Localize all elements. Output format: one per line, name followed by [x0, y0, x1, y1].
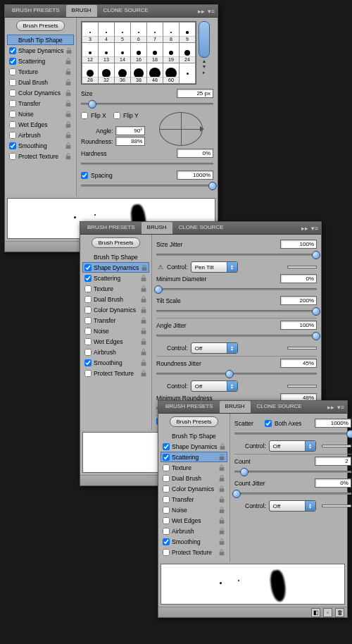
size-value[interactable]: 25 px	[177, 89, 213, 98]
angle-jitter-value[interactable]: 100%	[280, 321, 317, 330]
sidebar-item-scattering[interactable]: Scattering	[82, 273, 149, 283]
checkbox-texture[interactable]	[163, 464, 170, 471]
checkbox-noise[interactable]	[9, 111, 16, 118]
checkbox-noise[interactable]	[84, 328, 92, 335]
sidebar-item-noise[interactable]: Noise	[82, 326, 149, 336]
brush-tip-cell[interactable]: 9	[180, 23, 195, 42]
angle-control-value[interactable]	[287, 347, 317, 349]
lock-icon[interactable]	[65, 100, 72, 107]
brush-tip-cell[interactable]: 7	[147, 23, 163, 42]
lock-icon[interactable]	[140, 370, 147, 377]
size-jitter-slider[interactable]	[156, 250, 317, 259]
lock-icon[interactable]	[218, 496, 225, 503]
collapse-icon[interactable]: ▸▸	[301, 224, 309, 233]
collapse-icon[interactable]: ▸▸	[327, 403, 335, 411]
lock-icon[interactable]	[65, 58, 72, 65]
brush-tip-cell[interactable]: 3	[82, 23, 98, 42]
sidebar-item-texture[interactable]: Texture	[161, 462, 227, 473]
scatter-control-value[interactable]	[322, 445, 351, 447]
roundness-control-value[interactable]	[287, 385, 317, 388]
sidebar-item-scattering[interactable]: Scattering	[161, 452, 227, 462]
lock-icon[interactable]	[218, 454, 225, 461]
brush-tip-cell[interactable]: 60	[163, 63, 179, 83]
checkbox-wet-edges[interactable]	[163, 517, 170, 524]
lock-icon[interactable]	[65, 79, 72, 86]
tab-clone-source[interactable]: CLONE SOURCE	[251, 401, 308, 413]
checkbox-smoothing[interactable]	[163, 538, 170, 545]
sidebar-item-airbrush[interactable]: Airbrush	[7, 130, 74, 140]
sidebar-item-transfer[interactable]: Transfer	[7, 98, 74, 109]
count-slider[interactable]	[234, 467, 351, 476]
lock-icon[interactable]	[65, 153, 72, 160]
sidebar-item-color-dynamics[interactable]: Color Dynamics	[7, 87, 74, 98]
lock-icon[interactable]	[140, 285, 147, 292]
checkbox-transfer[interactable]	[84, 317, 92, 324]
sidebar-item-scattering[interactable]: Scattering	[7, 56, 74, 66]
sidebar-item-smoothing[interactable]: Smoothing	[161, 536, 227, 547]
brush-tip-cell[interactable]: 13	[99, 43, 114, 63]
tilt-scale-slider[interactable]	[156, 306, 317, 315]
lock-icon[interactable]	[218, 485, 225, 493]
checkbox-shape-dynamics[interactable]	[9, 47, 16, 54]
brush-presets-button[interactable]: Brush Presets	[170, 416, 218, 427]
new-brush-icon[interactable]: ▫	[323, 608, 332, 617]
lock-icon[interactable]	[218, 507, 225, 514]
roundness-control-dropdown[interactable]: Off▴▾	[191, 380, 238, 392]
sidebar-item-airbrush[interactable]: Airbrush	[82, 347, 149, 357]
count-jitter-control-value[interactable]	[322, 504, 351, 507]
tab-brush[interactable]: BRUSH	[142, 222, 172, 234]
brush-tip-cell[interactable]: 24	[180, 43, 195, 63]
checkbox-protect-texture[interactable]	[9, 153, 16, 160]
sidebar-item-color-dynamics[interactable]: Color Dynamics	[82, 304, 149, 315]
lock-icon[interactable]	[65, 47, 73, 54]
checkbox-color-dynamics[interactable]	[9, 89, 16, 97]
checkbox-texture[interactable]	[84, 285, 92, 292]
checkbox-dual-brush[interactable]	[9, 79, 16, 86]
both-axes-checkbox[interactable]	[265, 420, 272, 427]
sidebar-item-transfer[interactable]: Transfer	[161, 494, 227, 504]
checkbox-airbrush[interactable]	[9, 132, 16, 139]
scroll-down-icon[interactable]: ▼	[202, 65, 207, 69]
menu-icon[interactable]: ▾≡	[310, 224, 319, 233]
size-jitter-value[interactable]: 100%	[280, 240, 317, 249]
brush-tip-cell[interactable]: 5	[115, 23, 130, 42]
sidebar-item-transfer[interactable]: Transfer	[82, 315, 149, 326]
checkbox-transfer[interactable]	[9, 100, 16, 107]
sidebar-item-brush-tip-shape[interactable]: Brush Tip Shape	[161, 431, 227, 441]
sidebar-item-color-dynamics[interactable]: Color Dynamics	[161, 483, 227, 494]
checkbox-scattering[interactable]	[163, 454, 170, 461]
lock-icon[interactable]	[141, 264, 148, 271]
angle-control-dropdown[interactable]: Off▴▾	[191, 342, 238, 354]
sidebar-item-protect-texture[interactable]: Protect Texture	[161, 547, 227, 557]
tab-clone-source[interactable]: CLONE SOURCE	[98, 5, 154, 17]
brush-presets-button[interactable]: Brush Presets	[92, 237, 139, 248]
lock-icon[interactable]	[65, 89, 72, 97]
flyout-icon[interactable]: ▸	[203, 70, 206, 75]
brush-tip-cell[interactable]: 4	[99, 23, 114, 42]
sidebar-item-texture[interactable]: Texture	[82, 283, 149, 294]
lock-icon[interactable]	[140, 275, 147, 282]
brush-tip-cell[interactable]: 28	[82, 63, 98, 83]
sidebar-item-shape-dynamics[interactable]: Shape Dynamics	[82, 262, 149, 273]
lock-icon[interactable]	[140, 328, 147, 335]
checkbox-color-dynamics[interactable]	[163, 485, 170, 493]
checkbox-scattering[interactable]	[9, 58, 16, 65]
brush-tip-cell[interactable]: 6	[131, 23, 146, 42]
sidebar-item-noise[interactable]: Noise	[7, 109, 74, 119]
count-jitter-slider[interactable]	[234, 489, 351, 497]
tab-brush-presets[interactable]: BRUSH PRESETS	[82, 222, 141, 234]
brush-tip-cell[interactable]: 8	[163, 23, 179, 42]
sidebar-item-wet-edges[interactable]: Wet Edges	[7, 119, 74, 130]
hardness-slider[interactable]	[81, 159, 213, 168]
checkbox-protect-texture[interactable]	[84, 370, 92, 377]
lock-icon[interactable]	[218, 528, 225, 535]
scatter-value[interactable]: 1000%	[315, 419, 351, 428]
checkbox-wet-edges[interactable]	[84, 338, 92, 345]
brush-tip-cell[interactable]: 19	[163, 43, 179, 63]
roundness-jitter-value[interactable]: 45%	[280, 359, 317, 368]
scrollbar-thumb[interactable]	[199, 21, 210, 58]
lock-icon[interactable]	[65, 68, 72, 75]
sidebar-item-protect-texture[interactable]: Protect Texture	[82, 368, 149, 378]
lock-icon[interactable]	[65, 132, 72, 139]
count-jitter-control-dropdown[interactable]: Off▴▾	[269, 500, 316, 512]
